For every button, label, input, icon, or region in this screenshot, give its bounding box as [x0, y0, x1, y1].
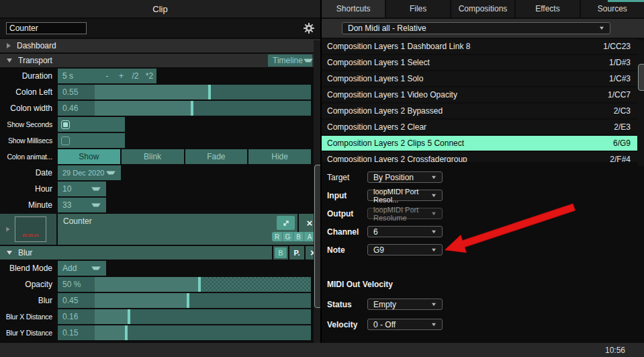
slider-marker[interactable] — [187, 293, 189, 308]
right-scrollbar-thumb[interactable] — [638, 64, 644, 91]
date-dropdown[interactable]: 29 Dec 2020 — [58, 165, 121, 180]
right-scrollbar[interactable] — [637, 40, 644, 166]
midi-output-dropdown[interactable]: loopMIDI Port Resolume — [367, 208, 443, 219]
minute-dropdown[interactable]: 33 — [58, 198, 106, 212]
blur-x-slider[interactable]: 0.16 — [58, 309, 311, 324]
shortcut-row[interactable]: Composition Layers 1 Dashboard Link 8 1/… — [322, 39, 637, 54]
note-label: Note — [327, 245, 367, 255]
left-scrollbar-thumb[interactable] — [314, 165, 320, 308]
blur-effect-header[interactable]: Blur B P. × — [0, 246, 320, 260]
collapsed-triangle-icon[interactable] — [6, 227, 9, 231]
tab-compositions[interactable]: Compositions — [451, 0, 514, 17]
channel-b-button[interactable]: B — [293, 232, 304, 241]
hour-dropdown[interactable]: 10 — [58, 182, 106, 196]
tab-sources[interactable]: Sources — [581, 0, 644, 17]
divider — [297, 214, 299, 232]
section-transport[interactable]: Transport Timeline — [0, 54, 320, 67]
param-colon-left: Colon Left 0.55 — [0, 85, 320, 100]
expanded-triangle-icon — [7, 251, 12, 255]
gear-icon[interactable] — [304, 23, 314, 34]
shortcut-detail-form: Target By Position Input loopMIDI Port R… — [322, 162, 644, 330]
collapsed-triangle-icon — [7, 43, 11, 48]
duration-half-button[interactable]: /2 — [128, 71, 142, 81]
slider-marker[interactable] — [208, 85, 211, 100]
option-hide[interactable]: Hide — [248, 149, 311, 164]
opacity-slider[interactable]: 50 % — [58, 277, 311, 292]
colon-left-slider[interactable]: 0.55 — [58, 85, 311, 100]
shortcut-row[interactable]: Composition Layers 2 Clear 2/E3 — [322, 120, 637, 134]
param-blur-x: Blur X Distance 0.16 — [0, 309, 320, 324]
left-scrollbar[interactable] — [314, 40, 320, 343]
clip-thumbnail[interactable]: 23:35:21 — [15, 216, 46, 242]
channel-label: Channel — [327, 227, 367, 237]
midi-out-velocity-heading: MIDI Out Velocity — [327, 280, 644, 289]
param-label: Colon Left — [0, 85, 56, 100]
duration-plus-button[interactable]: + — [114, 71, 128, 81]
clip-strip-main[interactable]: Counter × R G B A — [58, 214, 320, 245]
show-millisecs-checkbox-area[interactable] — [58, 133, 125, 148]
channel-g-button[interactable]: G — [283, 232, 293, 241]
param-blur: Blur 0.45 — [0, 293, 320, 308]
shortcut-row[interactable]: Composition Layers 1 Video Opacity 1/CC7 — [322, 87, 637, 102]
option-fade[interactable]: Fade — [185, 149, 248, 164]
clip-name-input[interactable] — [6, 22, 87, 34]
velocity-label: Velocity — [327, 320, 367, 329]
duration-double-button[interactable]: *2 — [142, 71, 156, 81]
checkbox-unchecked-icon[interactable] — [61, 136, 70, 145]
colon-animation-segmented-control: Show Blink Fade Hide — [58, 149, 311, 164]
option-show[interactable]: Show — [58, 149, 120, 164]
slider-marker[interactable] — [198, 277, 201, 292]
duration-minus-button[interactable]: - — [100, 71, 114, 81]
chevron-down-icon — [432, 212, 436, 215]
status-dropdown[interactable]: Empty — [367, 299, 443, 310]
tab-files[interactable]: Files — [386, 0, 449, 17]
chevron-down-icon — [106, 171, 116, 174]
blend-mode-value: Add — [62, 264, 77, 273]
param-label: Blur Y Distance — [0, 325, 56, 340]
shortcut-name: Composition Layers 2 Clips 5 Connect — [327, 138, 464, 148]
colon-width-slider[interactable]: 0.46 — [58, 101, 311, 116]
blur-slider[interactable]: 0.45 — [58, 293, 311, 308]
shortcut-name: Composition Layers 1 Dashboard Link 8 — [327, 42, 470, 51]
checkbox-checked-icon[interactable] — [61, 120, 70, 129]
expand-button[interactable] — [277, 216, 295, 230]
note-dropdown[interactable]: G9 — [367, 244, 443, 255]
slider-band — [95, 293, 188, 308]
slider-value: 0.45 — [62, 293, 78, 308]
transport-mode-dropdown[interactable]: Timeline — [268, 54, 312, 67]
diagonal-expand-icon — [282, 219, 290, 227]
midi-preset-dropdown[interactable]: Don Midi all - Relative — [342, 22, 610, 34]
param-mode-cell[interactable]: P. — [288, 246, 304, 260]
velocity-dropdown[interactable]: 0 - Off — [367, 319, 443, 330]
clip-panel-title: Clip — [0, 0, 320, 17]
chevron-down-icon — [432, 230, 436, 233]
tab-shortcuts[interactable]: Shortcuts — [322, 0, 385, 17]
slider-marker[interactable] — [191, 101, 193, 116]
shortcut-key: 6/G9 — [613, 138, 631, 148]
channel-r-button[interactable]: R — [272, 232, 283, 241]
blend-mode-dropdown[interactable]: Add — [58, 261, 106, 276]
shortcut-row[interactable]: Composition Layers 1 Solo 1/C#3 — [322, 71, 637, 86]
duration-value-box[interactable]: 5 s - + /2 *2 — [58, 69, 156, 83]
bypass-button[interactable]: B — [275, 247, 287, 258]
blur-y-slider[interactable]: 0.15 — [58, 325, 311, 340]
midi-input-dropdown[interactable]: loopMIDI Port Resol... — [367, 190, 443, 201]
duration-value[interactable]: 5 s — [58, 71, 100, 81]
channel-dropdown[interactable]: 6 — [367, 226, 443, 237]
target-dropdown[interactable]: By Position — [367, 171, 443, 183]
section-dashboard[interactable]: Dashboard — [0, 39, 320, 52]
shortcut-row-selected[interactable]: Composition Layers 2 Clips 5 Connect 6/G… — [322, 136, 637, 151]
shortcut-row[interactable]: Composition Layers 1 Select 1/D#3 — [322, 55, 637, 70]
slider-value: 0.16 — [62, 309, 78, 324]
slider-marker[interactable] — [128, 309, 130, 324]
param-label: Show Seconds — [0, 117, 56, 132]
show-seconds-checkbox-area[interactable] — [58, 117, 125, 132]
param-mode-button[interactable]: P. — [294, 249, 300, 257]
slider-marker[interactable] — [125, 325, 128, 340]
option-blink[interactable]: Blink — [122, 149, 184, 164]
tab-effects[interactable]: Effects — [516, 0, 579, 17]
param-label: Minute — [0, 198, 56, 212]
shortcut-row[interactable]: Composition Layers 2 Crossfadergroup 2/F… — [322, 152, 637, 162]
shortcut-row[interactable]: Composition Layers 2 Bypassed 2/C3 — [322, 104, 637, 118]
bypass-cell[interactable]: B — [272, 246, 288, 260]
